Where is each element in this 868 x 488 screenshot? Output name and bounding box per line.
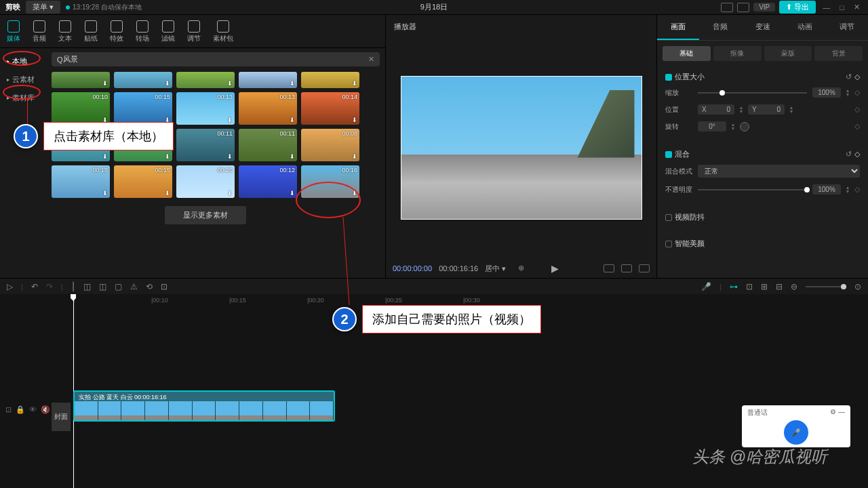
sub-tab-背景[interactable]: 背景	[814, 46, 863, 61]
media-thumbnail[interactable]: 00:12⬇	[239, 165, 297, 198]
media-thumbnail[interactable]: 00:08⬇	[301, 129, 359, 161]
delete-icon[interactable]: ▢	[115, 282, 122, 291]
search-bar[interactable]: Q ✕	[52, 52, 380, 66]
media-thumbnail[interactable]: 00:11⬇	[239, 129, 297, 161]
media-thumbnail[interactable]: 00:15⬇	[52, 165, 110, 198]
stepper-icon[interactable]: ▴▾	[846, 89, 849, 97]
menu-button[interactable]: 菜单 ▾	[26, 1, 60, 14]
media-thumbnail[interactable]: 00:14⬇	[301, 92, 359, 125]
prop-tab-调节[interactable]: 调节	[826, 15, 868, 40]
export-button[interactable]: ⬆ 导出	[779, 1, 816, 14]
media-thumbnail[interactable]: ⬇	[239, 72, 297, 88]
pos-x-input[interactable]: X 0	[698, 104, 734, 115]
media-thumbnail[interactable]: ⬇	[52, 72, 110, 88]
media-thumbnail[interactable]: 00:11⬇	[176, 129, 235, 161]
mic-button[interactable]: 🎤	[784, 420, 808, 445]
minimize-widget-icon[interactable]: —	[838, 408, 845, 415]
keyframe-icon[interactable]: ◇	[854, 88, 860, 97]
lock-icon[interactable]: 🔒	[16, 405, 25, 414]
mute-icon[interactable]: 🔇	[41, 405, 50, 414]
reset-icon[interactable]: ↺	[846, 73, 852, 81]
tool-tab-文本[interactable]: 文本	[58, 18, 72, 47]
freeze-icon[interactable]: ⚠	[130, 282, 138, 291]
side-nav-item[interactable]: ▸素材库	[0, 89, 46, 107]
checkbox-icon[interactable]	[665, 241, 672, 247]
fullscreen-icon[interactable]	[639, 264, 650, 272]
media-thumbnail[interactable]: 00:10⬇	[52, 92, 110, 125]
pointer-tool-icon[interactable]: ▷	[7, 282, 13, 291]
delete-right-icon[interactable]: ◫	[99, 282, 106, 291]
keyframe-icon[interactable]: ◇	[854, 73, 860, 81]
delete-left-icon[interactable]: ◫	[83, 282, 91, 291]
keyframe-icon[interactable]: ◇	[854, 185, 860, 194]
media-thumbnail[interactable]: 00:10⬇	[52, 129, 110, 161]
stepper-icon[interactable]: ▴▾	[732, 123, 734, 131]
checkbox-icon[interactable]	[665, 214, 672, 221]
rotate-dial-icon[interactable]	[740, 122, 749, 131]
layout-icon[interactable]	[721, 3, 733, 12]
tool-tab-特效[interactable]: 特效	[110, 18, 123, 47]
link-icon[interactable]: ⊡	[746, 282, 753, 291]
tool-tab-贴纸[interactable]: 贴纸	[84, 18, 98, 47]
opacity-slider[interactable]	[698, 189, 807, 190]
close-icon[interactable]: ✕	[851, 3, 863, 12]
tool-tab-音频[interactable]: 音频	[33, 18, 46, 47]
settings-icon[interactable]: ⚙	[830, 408, 836, 415]
media-thumbnail[interactable]: 00:15⬇	[114, 129, 172, 161]
clear-search-icon[interactable]: ✕	[368, 55, 374, 64]
rotate-input[interactable]: 0°	[698, 121, 726, 131]
media-thumbnail[interactable]: ⬇	[176, 72, 235, 88]
track-toggle-icon[interactable]: ⊡	[5, 405, 12, 414]
zoom-slider[interactable]	[806, 286, 846, 287]
sub-tab-基础[interactable]: 基础	[663, 46, 711, 61]
undo-icon[interactable]: ↶	[31, 282, 38, 291]
pos-y-input[interactable]: Y 0	[748, 104, 785, 115]
media-thumbnail[interactable]: ⬇	[301, 72, 359, 88]
media-thumbnail[interactable]: 00:15⬇	[114, 92, 172, 125]
media-thumbnail[interactable]: 00:13⬇	[176, 92, 235, 125]
sub-tab-抠像[interactable]: 抠像	[713, 46, 762, 61]
media-thumbnail[interactable]: 00:16⬇	[301, 165, 359, 198]
zoom-out-icon[interactable]: ⊖	[791, 282, 797, 291]
reverse-icon[interactable]: ⟲	[146, 282, 153, 291]
search-input[interactable]	[63, 56, 368, 64]
ratio-dropdown[interactable]: 居中 ▾	[485, 264, 506, 274]
track-icon[interactable]: ⊟	[776, 282, 783, 291]
checkbox-icon[interactable]	[665, 151, 672, 158]
timeline-clip[interactable]: 实拍 公路 蓝天 白云 00:00:16:16	[73, 390, 335, 422]
prop-tab-画面[interactable]: 画面	[657, 15, 699, 40]
media-thumbnail[interactable]: 00:13⬇	[239, 92, 297, 125]
keyframe-icon[interactable]: ◇	[854, 122, 860, 131]
blend-mode-select[interactable]: 正常	[698, 165, 860, 178]
vip-badge[interactable]: VIP	[753, 3, 775, 12]
media-thumbnail[interactable]: ⬇	[114, 72, 172, 88]
tool-tab-媒体[interactable]: 媒体	[7, 18, 20, 47]
show-more-button[interactable]: 显示更多素材	[165, 206, 246, 224]
prop-tab-音频[interactable]: 音频	[699, 15, 741, 40]
tool-tab-滤镜[interactable]: 滤镜	[161, 18, 175, 47]
mic-icon[interactable]: 🎤	[701, 282, 711, 291]
scale-value[interactable]: 100%	[812, 87, 841, 98]
sub-tab-蒙版[interactable]: 蒙版	[764, 46, 812, 61]
crop-icon[interactable]: ⊡	[161, 282, 167, 291]
reset-icon[interactable]: ↺	[846, 150, 852, 159]
redo-icon[interactable]: ↷	[46, 282, 53, 291]
ratio-icon[interactable]	[621, 264, 632, 272]
preview-icon[interactable]: ⊞	[761, 282, 768, 291]
snapshot-icon[interactable]	[604, 264, 614, 272]
preview-canvas[interactable]: ⊕	[386, 36, 656, 259]
opacity-value[interactable]: 100%	[812, 184, 841, 195]
prop-tab-变速[interactable]: 变速	[741, 15, 783, 40]
side-nav-item[interactable]: ▸本地	[0, 52, 46, 70]
tool-tab-转场[interactable]: 转场	[136, 18, 149, 47]
play-button[interactable]: ▶	[551, 263, 559, 274]
visibility-icon[interactable]: 👁	[29, 405, 37, 414]
stepper-icon[interactable]: ▴▾	[790, 106, 793, 114]
tool-tab-素材包[interactable]: 素材包	[213, 18, 233, 47]
magnet-icon[interactable]: ⊶	[730, 282, 738, 291]
scale-slider[interactable]	[698, 92, 807, 94]
layout2-icon[interactable]	[737, 3, 749, 12]
voice-input-widget[interactable]: 普通话⚙ — 🎤	[742, 405, 850, 447]
tool-tab-调节[interactable]: 调节	[187, 18, 201, 47]
minimize-icon[interactable]: —	[820, 3, 833, 12]
